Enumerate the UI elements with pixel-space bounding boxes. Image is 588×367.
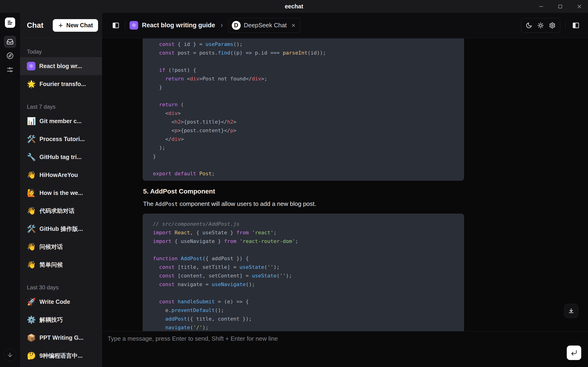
- chat-list-item[interactable]: 👋简单问候: [20, 256, 102, 274]
- panel-left-icon: [112, 22, 120, 29]
- chat-list-item[interactable]: 👋代码求助对话: [20, 202, 102, 220]
- light-theme-button[interactable]: [535, 20, 546, 31]
- chat-item-label: Git member c...: [39, 118, 82, 125]
- close-icon: [576, 3, 582, 9]
- code-line: addPost({ title, content });: [153, 315, 454, 323]
- header-actions: [521, 18, 581, 33]
- chat-emoji-icon: 🛠️: [27, 135, 36, 143]
- chat-item-label: 简单问候: [39, 261, 63, 269]
- chat-emoji-icon: 🙋: [27, 189, 36, 197]
- code-line: <p>{post.content}</p>: [153, 126, 454, 135]
- model-tab-close-button[interactable]: [291, 23, 296, 28]
- code-line: </div>: [153, 135, 454, 143]
- code-line: // src/components/AddPost.js: [153, 220, 454, 228]
- panel-right-icon: [572, 22, 579, 29]
- chat-list-item[interactable]: 👋HiHowAreYou: [20, 166, 102, 184]
- chat-item-label: GitHub 操作版...: [39, 225, 83, 233]
- paragraph-text: The: [143, 200, 155, 207]
- inbox-icon: [7, 38, 14, 45]
- chevron-right-icon: [219, 23, 225, 28]
- section-label: Last 30 days: [20, 282, 102, 293]
- chat-list-item[interactable]: 🚀Write Code: [20, 293, 102, 311]
- app-logo[interactable]: [5, 17, 15, 28]
- enter-key-icon: [571, 349, 578, 356]
- code-line: e.preventDefault();: [153, 306, 454, 315]
- sun-icon: [537, 22, 544, 29]
- chat-list-item[interactable]: ⚙️解耦技巧: [20, 311, 102, 329]
- chat-list-item[interactable]: 🛠️Process Tutori...: [20, 130, 102, 148]
- chat-item-label: 解耦技巧: [39, 316, 63, 324]
- chat-item-label: Fourier transfo...: [39, 81, 86, 87]
- chat-emoji-icon: 📦: [27, 334, 36, 341]
- react-icon: ⚛: [27, 62, 35, 70]
- chat-emoji-icon: 🌟: [27, 80, 36, 88]
- chat-emoji-icon: 👋: [27, 207, 36, 215]
- code-line: [153, 289, 454, 297]
- message-input[interactable]: [108, 335, 560, 363]
- chat-emoji-icon: 🛠️: [27, 225, 36, 233]
- window-title: eechat: [285, 3, 303, 10]
- chat-list-item[interactable]: ⚛React blog wr...: [20, 57, 102, 75]
- close-icon: [291, 23, 296, 28]
- chat-list-item[interactable]: 🔧GitHub tag tri...: [20, 148, 102, 166]
- react-topic-icon: ⚛: [130, 21, 138, 30]
- close-button[interactable]: [576, 3, 583, 10]
- settings-button[interactable]: [546, 20, 558, 31]
- chat-list-item[interactable]: 🙋How is the we...: [20, 184, 102, 202]
- chat-list-item[interactable]: 📦PPT Writing G...: [20, 329, 102, 347]
- chat-item-label: GitHub tag tri...: [39, 154, 82, 160]
- code-line: if (!post) {: [153, 66, 454, 74]
- chat-emoji-icon: 🔧: [27, 153, 36, 161]
- icon-rail: [0, 13, 20, 367]
- new-chat-label: New Chat: [66, 22, 93, 29]
- new-chat-button[interactable]: New Chat: [53, 19, 98, 32]
- code-line: [153, 161, 454, 169]
- chat-emoji-icon: 👋: [27, 171, 36, 179]
- chat-item-label: Process Tutori...: [39, 136, 85, 142]
- code-block-post-component: const { id } = useParams(); const post =…: [143, 39, 464, 181]
- code-line: const [title, setTitle] = useState('');: [153, 263, 454, 271]
- arrow-down-to-line-icon: [568, 308, 574, 314]
- chat-emoji-icon: 👋: [27, 261, 36, 268]
- dark-theme-button[interactable]: [523, 20, 535, 31]
- sidebar: Chat New Chat Today⚛React blog wr...🌟Fou…: [20, 13, 102, 367]
- arrow-down-icon: [7, 352, 13, 358]
- chat-item-label: 9种编程语言中...: [39, 352, 83, 359]
- send-button[interactable]: [567, 346, 581, 360]
- header-divider: [125, 21, 125, 30]
- code-line: const { id } = useParams();: [153, 40, 454, 49]
- chat-list-item[interactable]: 🤔9种编程语言中...: [20, 347, 102, 365]
- chat-scroll-area[interactable]: const { id } = useParams(); const post =…: [102, 38, 588, 331]
- code-line: }: [153, 83, 454, 92]
- rail-scroll-down-button[interactable]: [4, 349, 16, 361]
- code-line: return (: [153, 100, 454, 109]
- scroll-to-bottom-button[interactable]: [564, 304, 578, 318]
- header-divider: [565, 21, 566, 30]
- model-tab[interactable]: D DeepSeek Chat: [228, 18, 301, 33]
- moon-icon: [526, 22, 532, 29]
- section-heading: 5. AddPost Component: [143, 188, 464, 195]
- chat-item-label: HiHowAreYou: [39, 172, 78, 178]
- code-line: import { useNavigate } from 'react-route…: [153, 237, 454, 246]
- breadcrumb-topic: React blog writing guide: [142, 22, 215, 29]
- assistant-message: const { id } = useParams(); const post =…: [143, 39, 464, 331]
- sidebar-title: Chat: [27, 21, 43, 30]
- minimize-button[interactable]: [537, 3, 545, 10]
- right-panel-toggle-button[interactable]: [571, 20, 581, 31]
- code-line: <h2>{post.title}</h2>: [153, 117, 454, 126]
- chat-list-item[interactable]: 📊Git member c...: [20, 112, 102, 130]
- sidebar-header: Chat New Chat: [20, 13, 102, 38]
- maximize-button[interactable]: [557, 3, 564, 10]
- sidebar-nav-settings[interactable]: [4, 64, 16, 76]
- chat-emoji-icon: ⚙️: [27, 316, 36, 323]
- chat-list-item[interactable]: 🌟Fourier transfo...: [20, 75, 102, 93]
- sliders-icon: [7, 66, 14, 73]
- chat-list-item[interactable]: 👋问候对话: [20, 238, 102, 256]
- sidebar-nav-discover[interactable]: [4, 50, 16, 62]
- paragraph-text: component will allow users to add a new …: [178, 200, 316, 207]
- window-controls: [537, 0, 583, 13]
- code-line: const [content, setContent] = useState('…: [153, 271, 454, 280]
- sidebar-toggle-button[interactable]: [111, 20, 121, 31]
- chat-list-item[interactable]: 🛠️GitHub 操作版...: [20, 220, 102, 238]
- sidebar-nav-chats[interactable]: [4, 36, 16, 48]
